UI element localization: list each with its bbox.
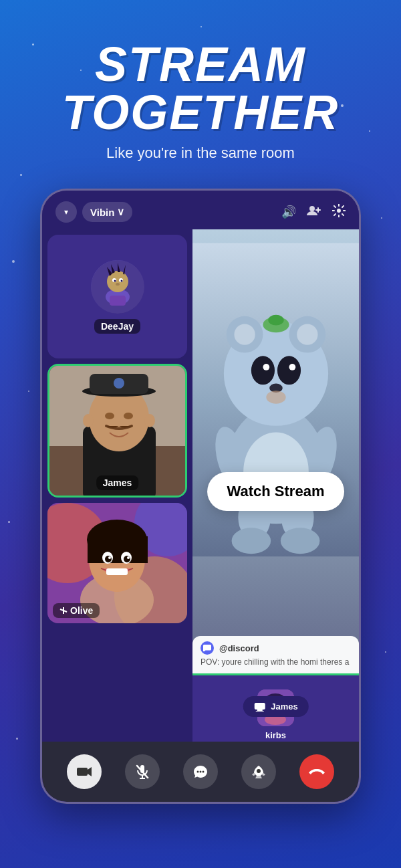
watch-stream-button[interactable]: Watch Stream <box>207 472 345 511</box>
discord-handle: @discord <box>219 643 259 653</box>
add-person-icon[interactable] <box>307 205 321 220</box>
mute-icon <box>59 607 68 615</box>
svg-point-41 <box>108 556 111 559</box>
discord-text: POV: youre chilling with the homi theres… <box>200 657 351 668</box>
title-line1: STREAM <box>95 37 306 91</box>
svg-point-60 <box>268 315 283 326</box>
deejay-name: DeeJay <box>94 319 140 334</box>
james-video: James <box>49 366 185 496</box>
svg-point-51 <box>234 324 255 345</box>
main-title: STREAM TOGETHER <box>0 40 401 136</box>
svg-point-53 <box>251 356 275 385</box>
svg-rect-16 <box>110 296 126 306</box>
svg-point-28 <box>144 414 155 427</box>
discord-logo <box>200 641 214 655</box>
left-panel: DeeJay <box>42 229 192 754</box>
rocket-button[interactable] <box>241 754 276 789</box>
kirbs-name: kirbs <box>265 730 286 740</box>
bottom-toolbar <box>42 742 359 802</box>
svg-point-55 <box>263 364 269 370</box>
participant-tile-olive: Olive <box>47 503 187 623</box>
svg-point-3 <box>337 209 341 213</box>
chat-button[interactable] <box>183 754 218 789</box>
svg-point-15 <box>116 283 120 286</box>
svg-point-13 <box>114 280 116 282</box>
svg-point-52 <box>297 324 317 345</box>
speaker-icon[interactable]: 🔊 <box>281 205 296 219</box>
svg-point-26 <box>124 413 133 419</box>
svg-rect-71 <box>257 710 262 711</box>
camera-button[interactable] <box>67 754 102 789</box>
svg-point-58 <box>266 391 285 404</box>
monitor-icon <box>253 702 265 712</box>
svg-point-88 <box>196 771 198 773</box>
svg-point-69 <box>281 528 320 554</box>
svg-rect-43 <box>106 568 128 575</box>
olive-name: Olive <box>53 603 100 618</box>
channel-caret-icon: ∨ <box>117 206 124 218</box>
discord-notification: @discord POV: youre chilling with the ho… <box>192 636 359 673</box>
svg-point-27 <box>83 414 94 427</box>
svg-rect-36 <box>88 536 148 563</box>
title-line2: TOGETHER <box>62 86 340 139</box>
james-name: James <box>96 475 139 490</box>
svg-point-25 <box>105 413 114 419</box>
svg-point-14 <box>120 280 122 282</box>
top-bar-left: ▾ Vibin ∨ <box>55 201 132 223</box>
back-button[interactable]: ▾ <box>55 201 77 223</box>
settings-icon[interactable] <box>332 204 346 221</box>
streaming-indicator: James <box>243 696 308 717</box>
plush-toy-visual <box>192 229 359 570</box>
svg-point-90 <box>202 771 204 773</box>
mute-button[interactable] <box>125 754 160 789</box>
svg-marker-83 <box>88 767 92 776</box>
right-panel: Watch Stream @discord <box>192 229 359 754</box>
top-bar-right: 🔊 <box>281 204 346 221</box>
svg-rect-70 <box>254 703 265 710</box>
svg-point-56 <box>289 364 296 370</box>
svg-point-39 <box>105 556 112 562</box>
header-section: STREAM TOGETHER Like you're in the same … <box>0 0 401 182</box>
svg-point-91 <box>257 769 261 773</box>
svg-point-54 <box>277 356 301 385</box>
svg-point-24 <box>114 378 124 389</box>
svg-point-89 <box>199 771 201 773</box>
phone-container: ▾ Vibin ∨ 🔊 <box>0 189 401 804</box>
deejay-avatar <box>91 260 144 314</box>
participant-tile-james: James <box>47 364 187 498</box>
participant-tile-deejay: DeeJay <box>47 235 187 358</box>
svg-point-68 <box>232 528 271 554</box>
phone-mockup: ▾ Vibin ∨ 🔊 <box>40 189 361 804</box>
svg-rect-72 <box>255 711 263 712</box>
svg-point-42 <box>127 556 130 559</box>
discord-header: @discord <box>200 641 351 655</box>
channel-name[interactable]: Vibin ∨ <box>82 202 132 222</box>
svg-point-0 <box>309 206 315 211</box>
svg-rect-82 <box>77 768 88 776</box>
hangup-button[interactable] <box>299 754 334 789</box>
subtitle: Like you're in the same room <box>0 144 401 162</box>
svg-point-40 <box>124 556 130 562</box>
content-area: DeeJay <box>42 229 359 754</box>
top-bar: ▾ Vibin ∨ 🔊 <box>42 191 359 229</box>
